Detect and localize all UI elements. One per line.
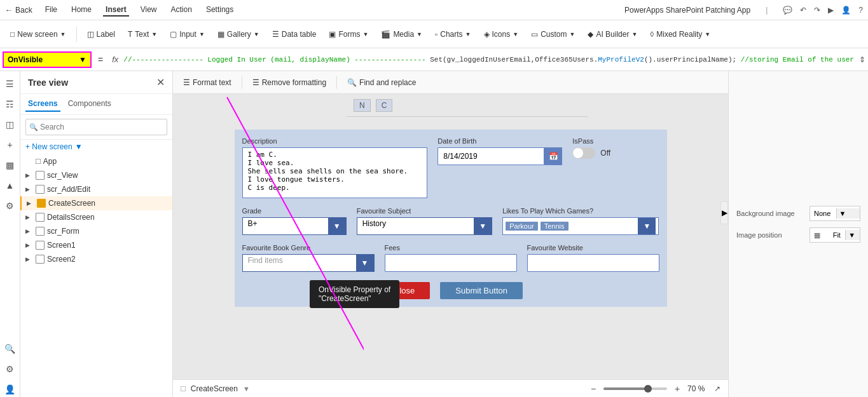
tree-item-screen2-label: Screen2 (47, 255, 76, 264)
submit-button[interactable]: Submit Button (440, 282, 523, 299)
tree-search-input[interactable] (25, 119, 167, 135)
format-text-button[interactable]: ☰ Format text (178, 76, 237, 90)
calendar-icon[interactable]: 📅 (544, 147, 562, 165)
left-icon-add[interactable]: + (3, 137, 18, 152)
fullscreen-button[interactable]: ↗ (714, 384, 720, 393)
grade-select-text[interactable]: B+ (243, 218, 328, 234)
tree-tab-screens[interactable]: Screens (25, 97, 60, 112)
tree-item-screen2[interactable]: ▶ Screen2 (20, 252, 172, 266)
background-image-chevron[interactable]: ▼ (836, 208, 860, 219)
form-row-1: Description I am C. I love sea. She sell… (242, 137, 659, 198)
remove-formatting-button[interactable]: ☰ Remove formatting (247, 76, 331, 90)
menu-bar: ← Back File Home Insert View Action Sett… (0, 0, 868, 20)
left-icon-menu[interactable]: ☰ (3, 76, 18, 91)
icons-button[interactable]: ◈ Icons ▼ (479, 27, 524, 41)
tree-item-app[interactable]: □ App (20, 154, 172, 168)
chat-icon[interactable]: 💬 (783, 6, 792, 15)
formula-text-code: //----------------- Logged In User (mail… (123, 56, 430, 64)
ai-builder-button[interactable]: ◆ AI Builder ▼ (582, 27, 642, 41)
background-image-select[interactable]: None ▼ (809, 206, 860, 221)
main-layout: ☰ ☶ ◫ + ▩ ▲ ⚙ 🔍 ⚙ 👤 Tree view ✕ Screens … (0, 71, 868, 397)
custom-button[interactable]: ▭ Custom ▼ (526, 27, 580, 41)
likes-games-select-btn[interactable]: ▼ (638, 218, 656, 234)
tree-items-list: □ App ▶ scr_View ▶ scr_Add/Edit ▶ Create… (20, 154, 172, 397)
menu-home[interactable]: Home (69, 4, 94, 17)
tree-search-icon: 🔍 (29, 123, 38, 131)
canvas-toolbar-divider-2 (336, 76, 337, 89)
media-icon: 🎬 (381, 30, 390, 39)
formula-fx-icon[interactable]: fx (109, 55, 121, 64)
find-replace-button[interactable]: 🔍 Find and replace (342, 76, 421, 90)
gallery-label: Gallery (227, 30, 251, 39)
forms-button[interactable]: ▣ Forms ▼ (324, 27, 373, 41)
redo-icon[interactable]: ↷ (814, 6, 820, 15)
input-icon: ▢ (170, 30, 177, 39)
fav-book-chevron[interactable]: ▼ (356, 254, 374, 272)
menu-settings[interactable]: Settings (203, 4, 236, 17)
gallery-chevron: ▼ (254, 31, 259, 37)
grade-select-chevron[interactable]: ▼ (328, 217, 346, 235)
date-of-birth-input[interactable] (437, 147, 544, 165)
left-icon-media[interactable]: ▲ (3, 178, 18, 193)
left-icon-variables[interactable]: ▩ (3, 158, 18, 173)
media-button[interactable]: 🎬 Media ▼ (376, 27, 427, 41)
zoom-plus-button[interactable]: + (671, 382, 684, 395)
left-icon-tools[interactable]: ⚙ (3, 198, 18, 213)
formula-content[interactable]: //----------------- Logged In User (mail… (123, 56, 857, 64)
charts-button[interactable]: ▫ Charts ▼ (430, 27, 476, 41)
input-button[interactable]: ▢ Input ▼ (165, 27, 210, 41)
left-icon-data[interactable]: ◫ (3, 117, 18, 132)
ispass-toggle[interactable] (572, 147, 595, 159)
menu-view[interactable]: View (138, 4, 160, 17)
left-icon-layers[interactable]: ☶ (3, 97, 18, 112)
tree-item-scr-form[interactable]: ▶ scr_Form (20, 224, 172, 238)
tree-item-scr-add-edit-chevron: ▶ (25, 186, 33, 192)
image-position-row: Image position ▦ Fit ▼ (736, 227, 860, 243)
tree-item-details-screen[interactable]: ▶ DetailsScreen (20, 210, 172, 224)
left-icon-search[interactable]: 🔍 (3, 341, 18, 356)
toggle-off-label: Off (600, 149, 610, 158)
undo-icon[interactable]: ↶ (800, 6, 806, 15)
text-button[interactable]: T Text ▼ (123, 27, 162, 41)
help-icon[interactable]: ? (858, 6, 863, 15)
fees-input[interactable] (385, 254, 517, 272)
tree-item-screen2-chevron: ▶ (25, 256, 33, 262)
new-screen-tree-button[interactable]: + New screen ▼ (25, 142, 83, 151)
image-position-select[interactable]: ▦ Fit ▼ (809, 227, 860, 243)
zoom-slider[interactable] (603, 387, 667, 390)
tree-tab-components[interactable]: Components (65, 97, 114, 112)
tree-item-scr-view[interactable]: ▶ scr_View (20, 168, 172, 182)
mixed-reality-button[interactable]: ◊ Mixed Reality ▼ (645, 27, 715, 41)
left-icon-account[interactable]: 👤 (3, 382, 18, 397)
tree-item-scr-add-edit[interactable]: ▶ scr_Add/Edit (20, 182, 172, 196)
left-icon-settings[interactable]: ⚙ (3, 361, 18, 377)
form-row-3: Favourite Book Genre Find items ▼ Fees (242, 244, 659, 272)
favourite-subject-chevron[interactable]: ▼ (474, 217, 492, 235)
formula-selector[interactable]: OnVisible ▼ (3, 51, 92, 68)
play-icon[interactable]: ▶ (828, 6, 834, 15)
tree-item-create-screen[interactable]: ▶ CreateScreen … (20, 196, 172, 210)
menu-action[interactable]: Action (169, 4, 195, 17)
label-button[interactable]: ◫ Label (82, 27, 120, 41)
new-screen-button[interactable]: □ New screen ▼ (5, 27, 71, 41)
favourite-subject-text[interactable]: History (357, 218, 474, 234)
tree-item-create-screen-label: CreateScreen (48, 199, 95, 208)
fav-book-placeholder[interactable]: Find items (243, 255, 356, 271)
zoom-minus-button[interactable]: − (587, 382, 600, 395)
status-screen-dropdown[interactable]: ▼ (243, 385, 250, 393)
data-table-button[interactable]: ☰ Data table (267, 27, 322, 41)
right-collapse-button[interactable]: ▶ (720, 201, 728, 224)
formula-expand-button[interactable]: ⇕ (859, 55, 865, 64)
back-button[interactable]: ← Back (5, 6, 32, 15)
tree-view-close-button[interactable]: ✕ (156, 76, 165, 88)
person-icon[interactable]: 👤 (841, 6, 851, 15)
tree-item-screen1[interactable]: ▶ Screen1 (20, 238, 172, 252)
description-textarea[interactable]: I am C. I love sea. She sells sea shells… (242, 147, 428, 198)
gallery-button[interactable]: ▦ Gallery ▼ (212, 27, 265, 41)
menu-file[interactable]: File (43, 4, 60, 17)
menu-insert[interactable]: Insert (103, 4, 129, 17)
fav-website-input[interactable] (527, 254, 659, 272)
image-position-chevron[interactable]: ▼ (845, 230, 860, 240)
custom-chevron: ▼ (569, 31, 575, 37)
tree-item-scr-view-label: scr_View (47, 171, 78, 180)
